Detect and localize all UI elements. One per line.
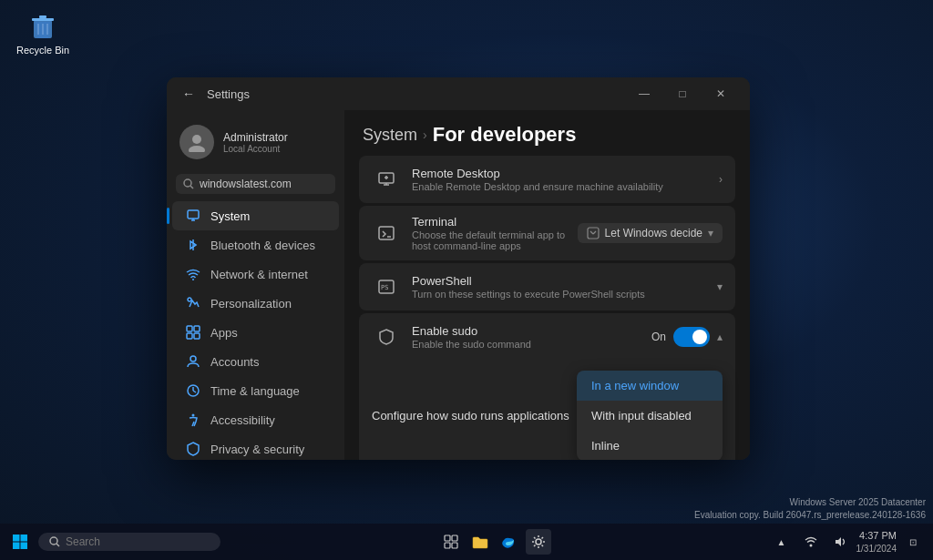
volume-tray-icon[interactable] <box>827 529 853 555</box>
window-title: Settings <box>207 87 626 101</box>
privacy-icon <box>185 441 201 457</box>
tray-chevron[interactable]: ▲ <box>769 529 795 555</box>
powershell-chevron: ▾ <box>717 280 723 293</box>
terminal-select[interactable]: Let Windows decide ▾ <box>578 223 723 243</box>
sidebar-item-network[interactable]: Network & internet <box>172 260 339 289</box>
terminal-control[interactable]: Let Windows decide ▾ <box>578 223 723 243</box>
sudo-configure-label: Configure how sudo runs applications <box>372 409 569 423</box>
start-button[interactable] <box>7 529 33 555</box>
sidebar-item-accessibility[interactable]: Accessibility <box>172 405 339 434</box>
sidebar-item-bluetooth-label: Bluetooth & devices <box>210 239 315 252</box>
svg-rect-1 <box>32 18 54 21</box>
volume-icon <box>834 535 846 548</box>
user-name: Administrator <box>223 131 288 144</box>
sidebar-item-apps-label: Apps <box>210 326 238 340</box>
dropdown-option-new-window[interactable]: In a new window <box>577 371 723 401</box>
minimize-button[interactable]: — <box>626 81 662 107</box>
close-button[interactable]: ✕ <box>702 81 739 107</box>
sidebar-item-network-label: Network & internet <box>210 268 308 281</box>
sidebar-item-bluetooth[interactable]: Bluetooth & devices <box>172 230 339 260</box>
sidebar-item-time[interactable]: Time & language <box>172 376 339 405</box>
maximize-button[interactable]: □ <box>664 81 701 107</box>
svg-point-6 <box>192 135 201 144</box>
svg-line-9 <box>190 186 193 188</box>
time-icon <box>185 382 201 399</box>
setting-enable-sudo[interactable]: Enable sudo Enable the sudo command On ▴ <box>359 313 735 361</box>
taskbar-right: ▲ 4:37 PM 1/31/2024 ⊡ <box>769 529 927 555</box>
watermark-line2: Evaluation copy. Build 26047.rs_prerelea… <box>694 509 926 522</box>
sidebar-item-apps[interactable]: Apps <box>172 318 339 347</box>
sidebar-search-box[interactable] <box>176 174 335 194</box>
dropdown-option-input-disabled[interactable]: With input disabled <box>577 401 723 431</box>
sudo-title: Enable sudo <box>412 324 651 338</box>
sidebar-item-privacy-label: Privacy & security <box>210 443 304 456</box>
search-input[interactable] <box>200 178 328 190</box>
sidebar-item-system[interactable]: System <box>172 201 339 230</box>
svg-rect-33 <box>588 228 599 239</box>
taskbar-search-input[interactable] <box>66 535 193 548</box>
windows-logo-icon <box>12 534 28 550</box>
svg-rect-19 <box>194 333 200 339</box>
svg-rect-41 <box>13 535 20 542</box>
window-back-button[interactable]: ← <box>178 83 200 105</box>
powershell-desc: Turn on these settings to execute PowerS… <box>412 289 717 300</box>
terminal-info: Terminal Choose the default terminal app… <box>412 215 578 251</box>
clock-area[interactable]: 4:37 PM 1/31/2024 <box>856 529 897 554</box>
svg-rect-48 <box>452 535 457 541</box>
powershell-icon: PS <box>372 272 401 301</box>
svg-point-15 <box>188 298 191 301</box>
sidebar-item-privacy[interactable]: Privacy & security <box>172 434 339 460</box>
setting-remote-desktop[interactable]: Remote Desktop Enable Remote Desktop and… <box>359 156 735 203</box>
network-status-icon <box>805 535 817 548</box>
taskbar-search[interactable] <box>38 533 220 551</box>
watermark-line1: Windows Server 2025 Datacenter <box>694 496 926 509</box>
sidebar-item-system-label: System <box>210 209 250 223</box>
file-explorer-button[interactable] <box>467 529 493 555</box>
recycle-bin[interactable]: Recycle Bin <box>16 9 69 56</box>
svg-rect-44 <box>21 543 28 550</box>
sudo-toggle[interactable] <box>673 327 710 347</box>
apps-icon <box>185 324 201 341</box>
network-icon <box>185 266 201 282</box>
sudo-configure-row: Configure how sudo runs applications In … <box>372 365 723 460</box>
svg-rect-18 <box>187 333 192 339</box>
svg-rect-49 <box>445 543 450 548</box>
svg-rect-31 <box>379 227 394 239</box>
terminal-select-arrow: ▾ <box>708 227 713 239</box>
avatar <box>179 125 214 159</box>
terminal-title: Terminal <box>412 215 578 229</box>
settings-taskbar-button[interactable] <box>526 529 551 555</box>
edge-button[interactable] <box>497 529 522 555</box>
svg-text:PS: PS <box>381 284 388 291</box>
terminal-icon <box>372 219 401 248</box>
svg-line-34 <box>590 231 593 234</box>
edge-icon <box>501 534 518 550</box>
sidebar-item-personalization[interactable]: Personalization <box>172 289 339 318</box>
setting-terminal[interactable]: Terminal Choose the default terminal app… <box>359 206 735 260</box>
breadcrumb-system: System <box>363 126 417 145</box>
notification-button[interactable]: ⊡ <box>900 529 926 555</box>
svg-rect-17 <box>194 326 200 331</box>
system-icon <box>185 208 201 224</box>
svg-point-52 <box>809 545 812 547</box>
svg-line-23 <box>193 391 196 392</box>
task-view-button[interactable] <box>438 529 464 555</box>
personalization-icon <box>185 295 201 311</box>
setting-powershell[interactable]: PS PowerShell Turn on these settings to … <box>359 263 735 311</box>
sidebar-item-accounts[interactable]: Accounts <box>172 347 339 376</box>
svg-rect-42 <box>21 535 28 542</box>
terminal-select-value: Let Windows decide <box>605 227 702 239</box>
network-tray-icon[interactable] <box>798 529 824 555</box>
sudo-configure-dropdown-wrapper: In a new window With input disabled Inli… <box>577 371 723 460</box>
powershell-info: PowerShell Turn on these settings to exe… <box>412 274 717 300</box>
settings-taskbar-icon <box>531 535 546 549</box>
taskbar-left <box>7 529 220 555</box>
sudo-control: On ▴ <box>651 327 723 347</box>
dropdown-option-inline[interactable]: Inline <box>577 431 723 460</box>
sidebar-item-time-label: Time & language <box>210 384 300 398</box>
sudo-expand-chevron: ▴ <box>717 331 723 343</box>
window-titlebar: ← Settings — □ ✕ <box>167 77 750 110</box>
svg-point-45 <box>50 537 57 545</box>
taskbar: ▲ 4:37 PM 1/31/2024 ⊡ <box>0 524 933 560</box>
sudo-configure-dropdown[interactable]: In a new window With input disabled Inli… <box>577 371 723 460</box>
